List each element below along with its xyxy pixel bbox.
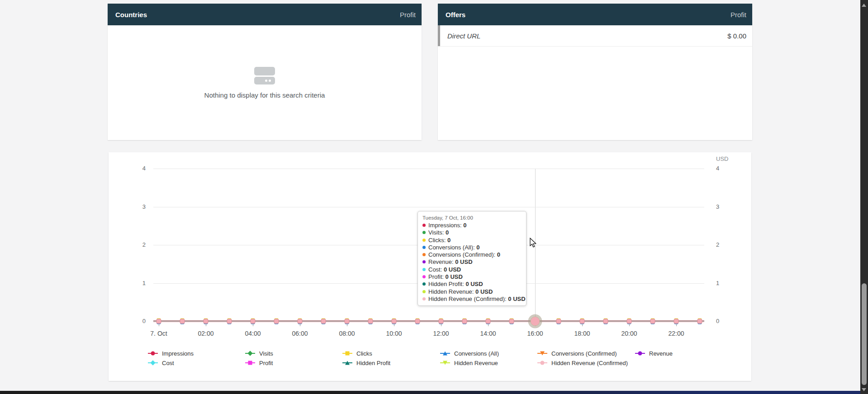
data-point-marker[interactable] (674, 319, 679, 324)
data-point-marker[interactable] (439, 319, 444, 324)
x-axis-label: 14:00 (472, 330, 504, 337)
y-gridline (153, 321, 704, 322)
legend-label: Cost (162, 360, 174, 366)
data-point-marker[interactable] (603, 319, 608, 324)
bottom-footer-strip (0, 391, 868, 394)
data-point-marker[interactable] (509, 319, 514, 324)
data-point-marker[interactable] (227, 319, 232, 324)
data-point-marker[interactable] (204, 319, 209, 324)
legend-item-cost[interactable]: Cost (148, 359, 174, 367)
x-axis-label: 02:00 (190, 330, 222, 337)
tooltip-title: Tuesday, 7 Oct, 16:00 (422, 215, 522, 220)
x-axis-label: 06:00 (284, 330, 316, 337)
data-point-marker[interactable] (274, 319, 279, 324)
legend-marker-icon (537, 351, 547, 356)
tooltip-metric-row: Impressions: 0 (422, 222, 522, 229)
legend-marker-icon (537, 360, 547, 366)
countries-metric-header: Profit (400, 11, 416, 19)
chart-panel: USD Tuesday, 7 Oct, 16:00 Impressions: 0… (109, 152, 751, 381)
legend-marker-icon (342, 360, 352, 366)
legend-item-hidden-profit[interactable]: Hidden Profit (342, 359, 390, 367)
data-point-marker[interactable] (462, 319, 467, 324)
empty-state-icon (254, 67, 275, 85)
series-dot-icon (422, 239, 426, 242)
data-point-marker[interactable] (580, 319, 585, 324)
series-dot-icon (422, 297, 426, 300)
y-axis-label-right: 0 (716, 318, 739, 324)
y-gridline (153, 169, 704, 169)
data-point-marker[interactable] (180, 319, 185, 324)
series-dot-icon (422, 290, 426, 293)
vertical-scrollbar[interactable] (860, 0, 868, 394)
data-point-marker[interactable] (627, 319, 632, 324)
data-point-marker[interactable] (697, 319, 702, 324)
legend-label: Profit (259, 360, 273, 366)
data-point-marker[interactable] (345, 319, 350, 324)
data-point-marker[interactable] (415, 319, 420, 324)
countries-panel-header: Countries Profit (108, 4, 422, 25)
countries-panel: Countries Profit Nothing to display for … (108, 4, 422, 140)
data-point-marker[interactable] (368, 319, 373, 324)
x-axis-label: 20:00 (613, 330, 645, 337)
y-axis-label-left: 2 (122, 241, 146, 248)
offers-panel-header: Offers Profit (438, 4, 752, 25)
offers-panel: Offers Profit Direct URL $ 0.00 (438, 4, 752, 140)
tooltip-metric-row: Conversions (All): 0 (422, 244, 522, 251)
tooltip-metric-row: Hidden Profit: 0 USD (422, 281, 522, 288)
series-dot-icon (422, 260, 426, 263)
scrollbar-thumb[interactable] (862, 283, 867, 385)
legend-label: Revenue (649, 350, 673, 357)
legend-label: Hidden Revenue (Confirmed) (551, 360, 628, 366)
tooltip-metric-row: Visits: 0 (422, 229, 522, 236)
series-dot-icon (422, 268, 426, 271)
y-axis-label-right: 2 (716, 241, 739, 248)
hovered-data-point[interactable] (531, 317, 540, 326)
legend-label: Visits (259, 350, 273, 357)
y-axis-label-right: 4 (716, 165, 739, 172)
legend-marker-icon (440, 360, 450, 366)
data-point-marker[interactable] (157, 319, 161, 324)
data-point-marker[interactable] (392, 319, 397, 324)
legend-item-revenue[interactable]: Revenue (635, 349, 673, 357)
legend-item-clicks[interactable]: Clicks (342, 349, 372, 357)
legend-item-visits[interactable]: Visits (245, 349, 273, 357)
data-point-marker[interactable] (321, 319, 326, 324)
data-point-marker[interactable] (251, 319, 256, 324)
tooltip-metric-row: Hidden Revenue (Confirmed): 0 USD (422, 296, 522, 303)
time-series-plot[interactable]: USD Tuesday, 7 Oct, 16:00 Impressions: 0… (109, 152, 751, 381)
tooltip-metric-row: Clicks: 0 (422, 237, 522, 244)
tooltip-metric-row: Cost: 0 USD (422, 266, 522, 273)
data-point-marker[interactable] (298, 319, 303, 324)
y-axis-label-right: 1 (716, 280, 739, 286)
x-axis-label: 08:00 (331, 330, 363, 337)
x-axis-label: 22:00 (660, 330, 692, 337)
data-point-marker[interactable] (486, 319, 491, 324)
tooltip-metric-row: Revenue: 0 USD (422, 258, 522, 266)
countries-empty-state: Nothing to display for this search crite… (108, 25, 422, 140)
offers-metric-header: Profit (730, 11, 746, 19)
offer-name[interactable]: Direct URL (447, 32, 480, 40)
offer-row-direct-url[interactable]: Direct URL $ 0.00 (438, 25, 752, 47)
legend-item-impressions[interactable]: Impressions (148, 349, 194, 357)
legend-item-hidden-revenue-confirmed-[interactable]: Hidden Revenue (Confirmed) (537, 359, 628, 367)
chart-tooltip: Tuesday, 7 Oct, 16:00 Impressions: 0Visi… (417, 211, 526, 306)
legend-item-profit[interactable]: Profit (245, 359, 273, 367)
countries-title: Countries (115, 11, 147, 19)
scroll-down-arrow-icon[interactable] (862, 388, 866, 391)
legend-marker-icon (245, 360, 255, 366)
legend-item-hidden-revenue[interactable]: Hidden Revenue (440, 359, 498, 367)
legend-label: Conversions (All) (454, 350, 499, 357)
x-axis-label: 10:00 (378, 330, 410, 337)
scroll-up-arrow-icon[interactable] (862, 4, 866, 7)
legend-item-conversions-all-[interactable]: Conversions (All) (440, 349, 499, 357)
y-axis-label-right: 3 (716, 203, 739, 210)
data-point-marker[interactable] (650, 319, 655, 324)
legend-label: Clicks (356, 350, 372, 357)
x-axis-label: 16:00 (519, 330, 551, 337)
series-dot-icon (422, 246, 426, 249)
legend-item-conversions-confirmed-[interactable]: Conversions (Confirmed) (537, 349, 617, 357)
data-point-marker[interactable] (556, 319, 561, 324)
series-dot-icon (422, 224, 426, 227)
y-gridline (153, 207, 704, 207)
tooltip-metric-row: Profit: 0 USD (422, 273, 522, 281)
